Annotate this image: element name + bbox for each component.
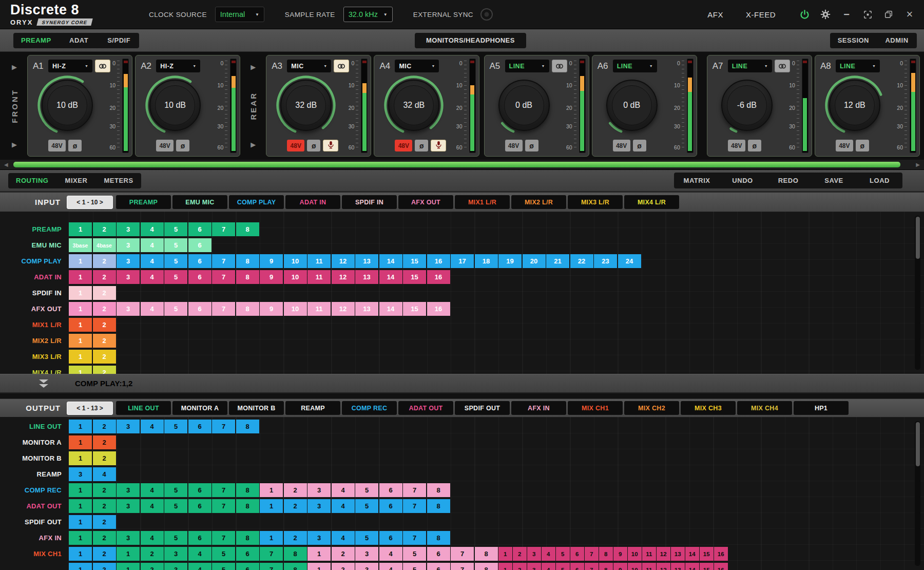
monitors-headphones-button[interactable]: MONITORS/HEADPHONES	[415, 33, 526, 48]
routing-cell[interactable]: 8	[427, 531, 450, 545]
routing-cell[interactable]: 9	[260, 302, 283, 316]
routing-cell[interactable]: 8	[236, 531, 259, 545]
routing-cell[interactable]: 7	[403, 499, 426, 513]
routing-cell[interactable]: 2	[93, 254, 116, 268]
output-tab-adat-out[interactable]: ADAT OUT	[398, 401, 453, 415]
routing-cell[interactable]: 7	[212, 270, 235, 284]
scrollbar-thumb[interactable]	[916, 422, 920, 466]
routing-cell[interactable]: 1	[69, 350, 92, 364]
output-tab-monitor-b[interactable]: MONITOR B	[229, 401, 284, 415]
routing-cell[interactable]: 1	[260, 531, 283, 545]
routing-cell[interactable]: 13	[355, 270, 378, 284]
routing-cell[interactable]: 2	[93, 270, 116, 284]
routing-cell[interactable]: 2	[332, 547, 355, 561]
routing-cell[interactable]: 4	[141, 499, 164, 513]
routing-cell[interactable]: 8	[599, 547, 613, 561]
routing-cell[interactable]: 12	[332, 302, 355, 316]
routing-cell[interactable]: 12	[657, 547, 670, 561]
routing-cell[interactable]: 3	[117, 420, 140, 433]
scrollbar-thumb[interactable]	[916, 217, 920, 259]
routing-cell[interactable]: 2	[513, 563, 527, 570]
routing-cell[interactable]: 2	[141, 563, 164, 570]
routing-cell[interactable]: 2	[93, 563, 116, 570]
routing-cell[interactable]: 3	[307, 531, 331, 545]
output-channel-range-pager[interactable]: < 1 - 13 >	[67, 402, 113, 415]
routing-cell[interactable]: 2	[93, 451, 116, 465]
routing-cell[interactable]: 2	[284, 483, 307, 497]
routing-cell[interactable]: 8	[475, 547, 498, 561]
routing-cell[interactable]: 14	[685, 563, 699, 570]
routing-cell[interactable]: 1	[260, 483, 283, 497]
input-tab-mix1-l-r[interactable]: MIX1 L/R	[455, 195, 510, 209]
routing-cell[interactable]: 6	[236, 563, 259, 570]
routing-cell[interactable]: 2	[332, 563, 355, 570]
routing-cell[interactable]: 7	[212, 483, 235, 497]
routing-cell[interactable]: 13	[671, 547, 685, 561]
routing-cell[interactable]: 1	[307, 563, 331, 570]
routing-cell[interactable]: 17	[451, 254, 474, 268]
phantom-power-button[interactable]: 48V	[395, 140, 412, 151]
input-type-select[interactable]: LINE ▼	[505, 60, 549, 72]
routing-cell[interactable]: 5	[164, 531, 187, 545]
routing-cell[interactable]: 19	[498, 254, 522, 268]
tab-routing[interactable]: ROUTING	[8, 173, 56, 188]
routing-cell[interactable]: 4	[141, 254, 164, 268]
routing-cell[interactable]: 21	[546, 254, 569, 268]
routing-cell[interactable]: 2	[93, 318, 116, 332]
routing-cell[interactable]: 2	[93, 547, 116, 561]
routing-cell[interactable]: 18	[475, 254, 498, 268]
input-channel-range-pager[interactable]: < 1 - 10 >	[67, 196, 113, 209]
routing-cell[interactable]: 1	[117, 547, 140, 561]
routing-cell[interactable]: 4	[141, 222, 164, 236]
routing-cell[interactable]: 16	[427, 302, 450, 316]
routing-cell[interactable]: 20	[523, 254, 546, 268]
routing-cell[interactable]: 8	[284, 547, 307, 561]
routing-cell[interactable]: 15	[403, 270, 426, 284]
gain-knob[interactable]: 0 dB	[601, 74, 663, 137]
routing-cell[interactable]: 1	[69, 302, 92, 316]
input-type-select[interactable]: MIC ▼	[287, 60, 331, 72]
input-tab-emu-mic[interactable]: EMU MIC	[172, 195, 227, 209]
routing-cell[interactable]: 2	[93, 334, 116, 348]
routing-cell[interactable]: 8	[236, 254, 259, 268]
routing-cell[interactable]: 4	[188, 563, 211, 570]
horizontal-scrollbar[interactable]	[13, 162, 900, 167]
routing-cell[interactable]: 13	[355, 254, 378, 268]
gain-knob[interactable]: 12 dB	[823, 74, 886, 137]
mic-emulation-button[interactable]	[431, 140, 446, 151]
routing-cell[interactable]: 2	[93, 499, 116, 513]
output-tab-afx-in[interactable]: AFX IN	[511, 401, 566, 415]
routing-cell[interactable]: 3	[117, 531, 140, 545]
routing-cell[interactable]: 2	[93, 286, 116, 300]
routing-cell[interactable]: 4	[379, 563, 402, 570]
routing-cell[interactable]: 5	[355, 499, 378, 513]
routing-cell[interactable]: 4base	[93, 238, 116, 252]
routing-cell[interactable]: 4	[332, 483, 355, 497]
input-tab-mix4-l-r[interactable]: MIX4 L/R	[624, 195, 679, 209]
routing-cell[interactable]: 14	[379, 254, 402, 268]
routing-cell[interactable]: 7	[212, 420, 235, 433]
input-type-select[interactable]: LINE ▼	[613, 60, 657, 72]
routing-cell[interactable]: 8	[427, 483, 450, 497]
routing-cell[interactable]: 7	[451, 563, 474, 570]
power-icon[interactable]	[798, 9, 811, 20]
routing-cell[interactable]: 3base	[69, 238, 92, 252]
output-tab-mix-ch1[interactable]: MIX CH1	[568, 401, 623, 415]
matrix-button[interactable]: MATRIX	[674, 177, 720, 184]
routing-cell[interactable]: 3	[117, 499, 140, 513]
routing-cell[interactable]: 24	[618, 254, 641, 268]
input-tab-adat-in[interactable]: ADAT IN	[285, 195, 340, 209]
routing-cell[interactable]: 3	[307, 499, 331, 513]
routing-cell[interactable]: 3	[117, 238, 140, 252]
xfeed-button[interactable]: X-FEED	[746, 10, 776, 19]
fullscreen-icon[interactable]	[861, 10, 874, 20]
routing-cell[interactable]: 6	[188, 499, 211, 513]
minimize-icon[interactable]: −	[840, 9, 853, 20]
input-tab-afx-out[interactable]: AFX OUT	[398, 195, 453, 209]
routing-cell[interactable]: 3	[355, 563, 378, 570]
routing-cell[interactable]: 11	[307, 302, 331, 316]
routing-cell[interactable]: 4	[188, 547, 211, 561]
gain-knob[interactable]: 32 dB	[382, 74, 445, 137]
routing-cell[interactable]: 7	[403, 483, 426, 497]
routing-cell[interactable]: 1	[69, 563, 92, 570]
